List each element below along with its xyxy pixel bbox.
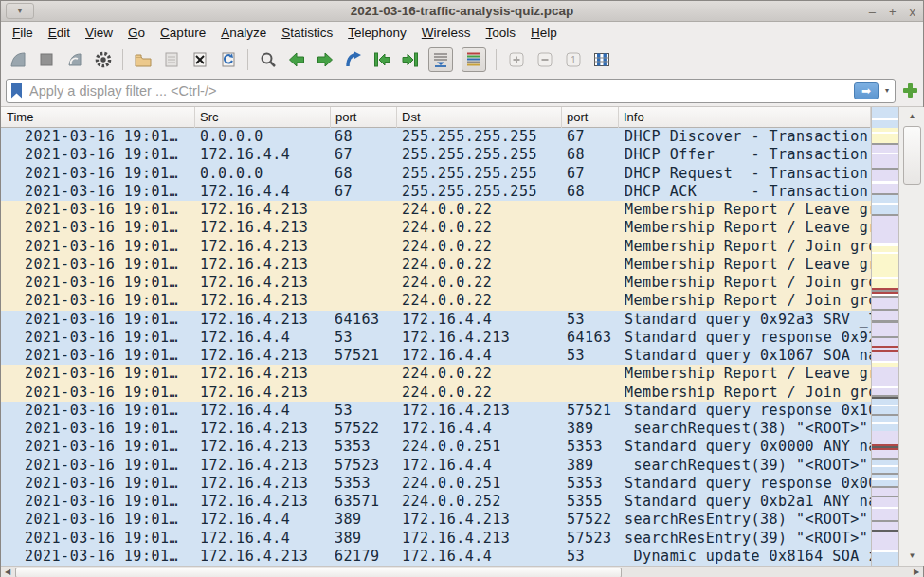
close-button[interactable]: x [910,5,916,19]
save-icon [162,50,181,69]
add-filter-button[interactable] [902,82,918,99]
packet-row[interactable]: 2021-03-16 19:01…172.16.4.213224.0.0.22M… [1,292,871,310]
restart-capture-button[interactable] [64,49,84,69]
packet-row[interactable]: 2021-03-16 19:01…172.16.4.213224.0.0.22M… [1,384,871,402]
go-to-packet-button[interactable] [343,49,363,69]
go-last-packet-button[interactable] [400,49,420,69]
packet-row[interactable]: 2021-03-16 19:01…172.16.4.4389172.16.4.2… [1,511,871,529]
bookmark-icon[interactable] [11,83,22,99]
display-filter-input[interactable] [27,82,854,99]
open-file-button[interactable] [133,49,153,69]
menu-file[interactable]: File [5,24,41,42]
close-file-button[interactable] [190,49,209,69]
stop-square-icon [37,50,56,69]
packet-row[interactable]: 2021-03-16 19:01…0.0.0.068255.255.255.25… [1,165,871,183]
toolbar-separator [247,49,248,70]
menu-wireless[interactable]: Wireless [414,24,479,42]
packet-row[interactable]: 2021-03-16 19:01…172.16.4.467255.255.255… [1,183,871,201]
vertical-scrollbar-thumb[interactable] [903,126,921,185]
arrow-last-icon [401,50,420,69]
horizontal-scrollbar[interactable]: ◀ ▶ [1,566,923,577]
packet-row[interactable]: 2021-03-16 19:01…172.16.4.213224.0.0.22M… [1,238,871,256]
shark-fin-restart-icon [65,50,84,69]
packet-row[interactable]: 2021-03-16 19:01…172.16.4.453172.16.4.21… [1,402,871,420]
normal-size-icon: 1 [564,50,583,69]
packet-row[interactable]: 2021-03-16 19:01…172.16.4.467255.255.255… [1,146,871,164]
toolbar-separator [496,49,497,70]
packet-row[interactable]: 2021-03-16 19:01…172.16.4.213224.0.0.22M… [1,219,871,237]
zoom-out-button[interactable] [534,49,554,69]
menu-view[interactable]: View [78,24,120,42]
stop-capture-button[interactable] [36,49,56,69]
arrow-first-icon [372,50,391,69]
packet-row[interactable]: 2021-03-16 19:01…172.16.4.4389172.16.4.2… [1,530,871,548]
gear-icon [94,50,113,69]
column-header-time[interactable]: Time [1,107,195,128]
reload-file-button[interactable] [218,49,238,69]
toolbar-separator [122,49,123,70]
packet-row[interactable]: 2021-03-16 19:01…172.16.4.21357523172.16… [1,457,871,475]
wireshark-window: ▼ 2021-03-16-traffic-analysis-quiz.pcap … [0,0,924,577]
packet-row[interactable]: 2021-03-16 19:01…172.16.4.21357522172.16… [1,420,871,438]
menu-analyze[interactable]: Analyze [213,24,274,42]
column-header-srcport[interactable]: port [331,107,397,128]
save-file-button[interactable] [161,49,181,69]
packet-row[interactable]: 2021-03-16 19:01…172.16.4.21364163172.16… [1,311,871,329]
capture-options-button[interactable] [93,49,113,69]
packet-rows: 2021-03-16 19:01…0.0.0.068255.255.255.25… [1,128,871,566]
find-packet-button[interactable] [258,49,278,69]
menu-capture[interactable]: Capture [153,24,213,42]
packet-row[interactable]: 2021-03-16 19:01…172.16.4.2135353224.0.0… [1,438,871,456]
packet-row[interactable]: 2021-03-16 19:01…172.16.4.213224.0.0.22M… [1,274,871,292]
normal-size-button[interactable]: 1 [563,49,583,69]
packet-row[interactable]: 2021-03-16 19:01…172.16.4.213224.0.0.22M… [1,201,871,219]
packet-row[interactable]: 2021-03-16 19:01…172.16.4.213224.0.0.22M… [1,256,871,274]
column-header-dst[interactable]: Dst [397,107,562,128]
packet-row[interactable]: 2021-03-16 19:01…172.16.4.2135353224.0.0… [1,475,871,493]
menu-help[interactable]: Help [523,24,565,42]
go-first-packet-button[interactable] [371,49,391,69]
auto-scroll-icon [431,50,450,69]
scroll-right-icon[interactable]: ▶ [910,567,923,577]
scroll-left-icon[interactable]: ◀ [1,567,14,577]
search-icon [259,50,278,69]
column-header-dstport[interactable]: port [562,107,619,128]
window-title: 2021-03-16-traffic-analysis-quiz.pcap [1,4,923,18]
packet-minimap[interactable] [871,107,899,566]
auto-scroll-button[interactable] [428,47,453,72]
menu-statistics[interactable]: Statistics [274,24,340,42]
column-header-src[interactable]: Src [195,107,331,128]
packet-row[interactable]: 2021-03-16 19:01…172.16.4.453172.16.4.21… [1,329,871,347]
scroll-up-icon[interactable]: ▲ [904,110,920,123]
display-filter-field[interactable]: ➡ ▾ [6,79,896,103]
packet-row[interactable]: 2021-03-16 19:01…172.16.4.21357521172.16… [1,347,871,365]
maximize-button[interactable]: + [889,5,897,19]
colorize-packets-button[interactable] [462,47,486,72]
arrow-left-icon [287,50,306,69]
zoom-in-button[interactable] [506,49,526,69]
scroll-down-icon[interactable]: ▼ [904,550,920,563]
column-header-info[interactable]: Info [619,107,871,128]
start-capture-button[interactable] [8,49,27,69]
filter-dropdown-caret[interactable]: ▾ [882,86,892,95]
menu-edit[interactable]: Edit [41,24,78,42]
horizontal-scrollbar-thumb[interactable] [15,568,622,577]
packet-row[interactable]: 2021-03-16 19:01…172.16.4.21362179172.16… [1,548,871,566]
go-forward-button[interactable] [315,49,335,69]
packet-row[interactable]: 2021-03-16 19:01…172.16.4.213224.0.0.22M… [1,365,871,383]
menu-telephony[interactable]: Telephony [340,24,414,42]
window-menu-button[interactable]: ▼ [6,3,34,19]
menu-go[interactable]: Go [120,24,153,42]
minimize-button[interactable]: – [869,5,876,19]
packet-row[interactable]: 2021-03-16 19:01…172.16.4.21363571224.0.… [1,493,871,511]
vertical-scrollbar[interactable]: ▲ ▼ [899,107,924,566]
shark-fin-icon [9,50,27,69]
apply-filter-button[interactable]: ➡ [854,82,879,99]
go-back-button[interactable] [286,49,306,69]
menu-tools[interactable]: Tools [479,24,524,42]
menu-bar: File Edit View Go Capture Analyze Statis… [1,22,923,44]
resize-columns-button[interactable] [591,49,611,69]
zoom-in-icon [507,50,526,69]
curved-arrow-icon [344,50,363,69]
packet-row[interactable]: 2021-03-16 19:01…0.0.0.068255.255.255.25… [1,128,871,146]
